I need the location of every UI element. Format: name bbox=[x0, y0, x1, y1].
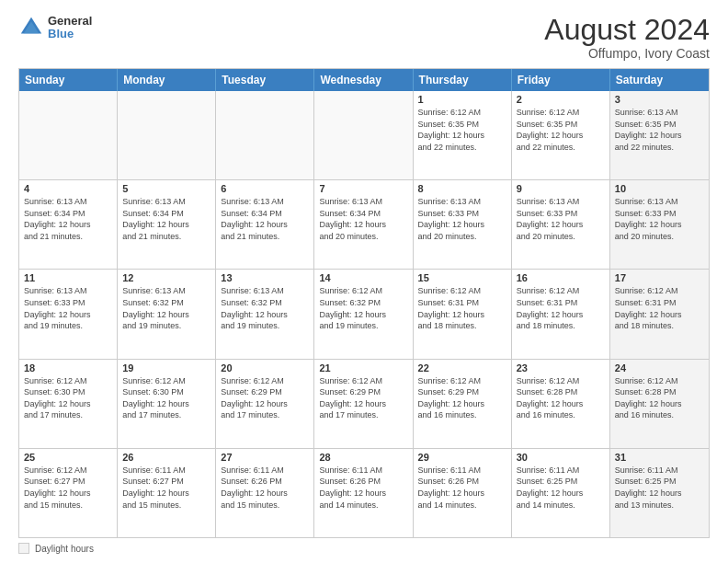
day-info: Sunrise: 6:12 AM Sunset: 6:31 PM Dayligh… bbox=[418, 285, 506, 331]
day-info: Sunrise: 6:12 AM Sunset: 6:30 PM Dayligh… bbox=[24, 375, 112, 421]
day-number: 1 bbox=[418, 94, 506, 105]
day-number: 5 bbox=[122, 183, 210, 194]
cal-cell: 31Sunrise: 6:11 AM Sunset: 6:25 PM Dayli… bbox=[610, 449, 709, 537]
day-info: Sunrise: 6:12 AM Sunset: 6:35 PM Dayligh… bbox=[418, 107, 506, 153]
day-info: Sunrise: 6:11 AM Sunset: 6:26 PM Dayligh… bbox=[221, 465, 309, 511]
day-number: 25 bbox=[24, 452, 112, 463]
calendar: SundayMondayTuesdayWednesdayThursdayFrid… bbox=[18, 68, 710, 538]
table-row: 25Sunrise: 6:12 AM Sunset: 6:27 PM Dayli… bbox=[19, 448, 709, 537]
logo-text: General Blue bbox=[48, 15, 92, 41]
day-number: 7 bbox=[319, 183, 407, 194]
day-info: Sunrise: 6:13 AM Sunset: 6:34 PM Dayligh… bbox=[319, 196, 407, 242]
day-info: Sunrise: 6:12 AM Sunset: 6:32 PM Dayligh… bbox=[319, 285, 407, 331]
cal-header-cell: Saturday bbox=[610, 69, 709, 91]
cal-header-cell: Friday bbox=[512, 69, 610, 91]
day-number: 11 bbox=[24, 272, 112, 283]
cal-cell: 20Sunrise: 6:12 AM Sunset: 6:29 PM Dayli… bbox=[216, 360, 314, 448]
footer-box bbox=[18, 543, 29, 554]
cal-cell: 7Sunrise: 6:13 AM Sunset: 6:34 PM Daylig… bbox=[314, 180, 413, 269]
cal-cell: 13Sunrise: 6:13 AM Sunset: 6:32 PM Dayli… bbox=[216, 270, 314, 358]
cal-cell bbox=[118, 91, 216, 179]
footer-label: Daylight hours bbox=[35, 544, 94, 554]
cal-cell: 11Sunrise: 6:13 AM Sunset: 6:33 PM Dayli… bbox=[19, 270, 118, 358]
cal-cell: 1Sunrise: 6:12 AM Sunset: 6:35 PM Daylig… bbox=[414, 91, 512, 179]
cal-header-cell: Monday bbox=[118, 69, 216, 91]
table-row: 4Sunrise: 6:13 AM Sunset: 6:34 PM Daylig… bbox=[19, 179, 709, 269]
title-block: August 2024 Offumpo, Ivory Coast bbox=[544, 15, 710, 61]
day-info: Sunrise: 6:13 AM Sunset: 6:33 PM Dayligh… bbox=[418, 196, 506, 242]
day-info: Sunrise: 6:13 AM Sunset: 6:33 PM Dayligh… bbox=[517, 196, 605, 242]
logo-line1: General bbox=[48, 15, 92, 28]
day-number: 6 bbox=[221, 183, 309, 194]
day-info: Sunrise: 6:13 AM Sunset: 6:34 PM Dayligh… bbox=[24, 196, 112, 242]
calendar-body: 1Sunrise: 6:12 AM Sunset: 6:35 PM Daylig… bbox=[19, 91, 709, 537]
day-info: Sunrise: 6:12 AM Sunset: 6:27 PM Dayligh… bbox=[24, 465, 112, 511]
cal-cell: 19Sunrise: 6:12 AM Sunset: 6:30 PM Dayli… bbox=[118, 360, 216, 448]
cal-cell: 6Sunrise: 6:13 AM Sunset: 6:34 PM Daylig… bbox=[216, 180, 314, 269]
day-number: 9 bbox=[517, 183, 605, 194]
header: General Blue August 2024 Offumpo, Ivory … bbox=[18, 15, 710, 61]
cal-cell: 12Sunrise: 6:13 AM Sunset: 6:32 PM Dayli… bbox=[118, 270, 216, 358]
day-info: Sunrise: 6:12 AM Sunset: 6:29 PM Dayligh… bbox=[319, 375, 407, 421]
table-row: 1Sunrise: 6:12 AM Sunset: 6:35 PM Daylig… bbox=[19, 91, 709, 179]
cal-header-cell: Wednesday bbox=[314, 69, 413, 91]
day-number: 23 bbox=[517, 362, 605, 373]
day-number: 17 bbox=[615, 272, 704, 283]
cal-header-cell: Thursday bbox=[414, 69, 512, 91]
cal-cell: 4Sunrise: 6:13 AM Sunset: 6:34 PM Daylig… bbox=[19, 180, 118, 269]
cal-cell: 10Sunrise: 6:13 AM Sunset: 6:33 PM Dayli… bbox=[610, 180, 709, 269]
day-number: 10 bbox=[615, 183, 704, 194]
day-info: Sunrise: 6:13 AM Sunset: 6:33 PM Dayligh… bbox=[615, 196, 704, 242]
day-number: 18 bbox=[24, 362, 112, 373]
cal-cell: 26Sunrise: 6:11 AM Sunset: 6:27 PM Dayli… bbox=[118, 449, 216, 537]
table-row: 11Sunrise: 6:13 AM Sunset: 6:33 PM Dayli… bbox=[19, 269, 709, 358]
logo: General Blue bbox=[18, 15, 92, 41]
cal-cell bbox=[19, 91, 118, 179]
cal-cell: 24Sunrise: 6:12 AM Sunset: 6:28 PM Dayli… bbox=[610, 360, 709, 448]
cal-cell: 17Sunrise: 6:12 AM Sunset: 6:31 PM Dayli… bbox=[610, 270, 709, 358]
day-info: Sunrise: 6:13 AM Sunset: 6:34 PM Dayligh… bbox=[122, 196, 210, 242]
cal-cell: 28Sunrise: 6:11 AM Sunset: 6:26 PM Dayli… bbox=[314, 449, 413, 537]
logo-icon bbox=[18, 15, 44, 40]
day-info: Sunrise: 6:11 AM Sunset: 6:26 PM Dayligh… bbox=[418, 465, 506, 511]
calendar-header: SundayMondayTuesdayWednesdayThursdayFrid… bbox=[19, 69, 709, 91]
cal-cell bbox=[216, 91, 314, 179]
cal-cell: 22Sunrise: 6:12 AM Sunset: 6:29 PM Dayli… bbox=[414, 360, 512, 448]
day-info: Sunrise: 6:12 AM Sunset: 6:29 PM Dayligh… bbox=[221, 375, 309, 421]
cal-cell: 18Sunrise: 6:12 AM Sunset: 6:30 PM Dayli… bbox=[19, 360, 118, 448]
day-info: Sunrise: 6:13 AM Sunset: 6:32 PM Dayligh… bbox=[122, 285, 210, 331]
cal-cell: 14Sunrise: 6:12 AM Sunset: 6:32 PM Dayli… bbox=[314, 270, 413, 358]
day-number: 22 bbox=[418, 362, 506, 373]
day-info: Sunrise: 6:11 AM Sunset: 6:26 PM Dayligh… bbox=[319, 465, 407, 511]
footer: Daylight hours bbox=[18, 543, 710, 554]
day-number: 12 bbox=[122, 272, 210, 283]
day-info: Sunrise: 6:13 AM Sunset: 6:35 PM Dayligh… bbox=[615, 107, 704, 153]
day-number: 14 bbox=[319, 272, 407, 283]
day-number: 28 bbox=[319, 452, 407, 463]
day-number: 3 bbox=[615, 94, 704, 105]
day-info: Sunrise: 6:11 AM Sunset: 6:27 PM Dayligh… bbox=[122, 465, 210, 511]
day-info: Sunrise: 6:12 AM Sunset: 6:35 PM Dayligh… bbox=[517, 107, 605, 153]
page: General Blue August 2024 Offumpo, Ivory … bbox=[0, 0, 728, 563]
day-info: Sunrise: 6:12 AM Sunset: 6:31 PM Dayligh… bbox=[615, 285, 704, 331]
cal-cell: 25Sunrise: 6:12 AM Sunset: 6:27 PM Dayli… bbox=[19, 449, 118, 537]
cal-cell: 3Sunrise: 6:13 AM Sunset: 6:35 PM Daylig… bbox=[610, 91, 709, 179]
day-info: Sunrise: 6:11 AM Sunset: 6:25 PM Dayligh… bbox=[517, 465, 605, 511]
day-number: 15 bbox=[418, 272, 506, 283]
day-info: Sunrise: 6:13 AM Sunset: 6:33 PM Dayligh… bbox=[24, 285, 112, 331]
day-number: 30 bbox=[517, 452, 605, 463]
cal-cell: 5Sunrise: 6:13 AM Sunset: 6:34 PM Daylig… bbox=[118, 180, 216, 269]
cal-cell: 30Sunrise: 6:11 AM Sunset: 6:25 PM Dayli… bbox=[512, 449, 610, 537]
location: Offumpo, Ivory Coast bbox=[544, 46, 710, 61]
day-info: Sunrise: 6:12 AM Sunset: 6:29 PM Dayligh… bbox=[418, 375, 506, 421]
day-number: 24 bbox=[615, 362, 704, 373]
logo-line2: Blue bbox=[48, 28, 92, 40]
day-info: Sunrise: 6:12 AM Sunset: 6:30 PM Dayligh… bbox=[122, 375, 210, 421]
cal-header-cell: Tuesday bbox=[216, 69, 314, 91]
day-number: 19 bbox=[122, 362, 210, 373]
day-number: 4 bbox=[24, 183, 112, 194]
day-info: Sunrise: 6:12 AM Sunset: 6:28 PM Dayligh… bbox=[517, 375, 605, 421]
day-number: 31 bbox=[615, 452, 704, 463]
day-number: 2 bbox=[517, 94, 605, 105]
cal-cell: 9Sunrise: 6:13 AM Sunset: 6:33 PM Daylig… bbox=[512, 180, 610, 269]
